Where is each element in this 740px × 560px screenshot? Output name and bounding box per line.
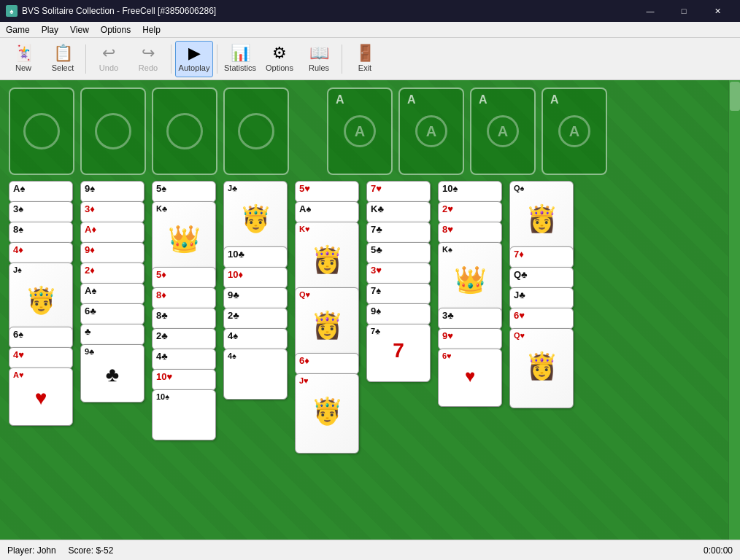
- card-A-spades2[interactable]: A♠: [80, 283, 144, 305]
- card-J-clubs[interactable]: J♣: [509, 287, 574, 309]
- exit-button[interactable]: 🚪 Exit: [346, 41, 384, 77]
- freecell-1[interactable]: [9, 88, 74, 175]
- card-4-clubs[interactable]: 4♣: [152, 349, 216, 370]
- card-8-spades[interactable]: 8♠: [9, 222, 73, 244]
- card-3-hearts[interactable]: 3♥: [366, 262, 431, 284]
- card-9-clubs-c2[interactable]: 9♣ ♣: [80, 344, 144, 402]
- freecell-2[interactable]: [80, 88, 146, 175]
- card-2-clubs[interactable]: 2♣: [152, 328, 216, 350]
- options-button[interactable]: ⚙ Options: [261, 41, 298, 77]
- card-9-diamonds[interactable]: 9♦: [80, 242, 144, 264]
- redo-button[interactable]: ↪ Redo: [129, 41, 167, 77]
- rules-label: Rules: [309, 63, 329, 72]
- card-9-hearts[interactable]: 9♥: [438, 328, 502, 350]
- column-7[interactable]: 10♠ 2♥ 8♥ K♠ 👑 3♣ 9♥ 6♥ ♥: [438, 181, 504, 429]
- card-3-diamonds[interactable]: 3♦: [80, 201, 144, 223]
- column-1[interactable]: A♠ 3♠ 8♠ 4♦ J♠ 🤴 6♠ 4♥ A♥ ♥: [9, 181, 74, 429]
- card-6-hearts-c7[interactable]: 6♥ ♥: [438, 349, 502, 407]
- menu-game[interactable]: Game: [0, 22, 36, 37]
- autoplay-icon: ▶: [188, 45, 201, 61]
- freecell-4[interactable]: [223, 88, 289, 175]
- card-K-clubs[interactable]: K♣: [366, 201, 431, 223]
- foundation-1[interactable]: A A: [327, 88, 393, 175]
- undo-button[interactable]: ↩ Undo: [90, 41, 128, 77]
- card-6-diamonds[interactable]: 6♦: [295, 353, 359, 375]
- card-5-clubs[interactable]: 5♣: [366, 242, 431, 264]
- column-4[interactable]: J♣ 🤴 10♣ 10♦ 9♣ 2♣ 4♠ 4♠: [223, 181, 289, 414]
- card-2-diamonds[interactable]: 2♦: [80, 262, 144, 284]
- autoplay-button[interactable]: ▶ Autoplay: [175, 41, 213, 77]
- card-A-hearts-bottom[interactable]: A♥ ♥: [9, 368, 73, 426]
- column-5[interactable]: 5♥ A♠ K♥ 👸 Q♥ 👸 6♦ J♥ 🤴: [295, 181, 361, 429]
- card-Q-clubs[interactable]: Q♣: [509, 267, 574, 289]
- card-5-hearts[interactable]: 5♥: [295, 181, 359, 203]
- foundation-3[interactable]: A A: [470, 88, 536, 175]
- card-4-spades-c4[interactable]: 4♠: [223, 328, 288, 350]
- card-5-spades[interactable]: 5♠: [152, 181, 216, 203]
- menu-play[interactable]: Play: [36, 22, 64, 37]
- card-A-spades[interactable]: A♠: [9, 181, 73, 203]
- rules-button[interactable]: 📖 Rules: [300, 41, 338, 77]
- menu-options[interactable]: Options: [95, 22, 136, 37]
- new-button[interactable]: 🃏 New: [4, 41, 42, 77]
- card-7-diamonds[interactable]: 7♦: [509, 246, 574, 268]
- card-4-spades-c4b[interactable]: 4♠: [223, 349, 288, 400]
- card-4-hearts[interactable]: 4♥: [9, 347, 73, 369]
- column-8[interactable]: Q♠ 👸 7♦ Q♣ J♣ 6♥ Q♥ 👸: [509, 181, 575, 429]
- card-7-clubs[interactable]: 7♣: [366, 222, 431, 244]
- card-10-clubs[interactable]: 10♣: [223, 246, 288, 268]
- maximize-button[interactable]: □: [667, 0, 701, 22]
- scrollbar-thumb[interactable]: [730, 82, 740, 111]
- card-7-hearts[interactable]: 7♥: [366, 181, 431, 203]
- statistics-button[interactable]: 📊 Statistics: [221, 41, 259, 77]
- card-J-hearts[interactable]: J♥ 🤴: [295, 373, 359, 454]
- card-6-clubs[interactable]: 6♣: [80, 303, 144, 325]
- card-7-c6-bot[interactable]: 7♣ 7: [366, 324, 431, 382]
- card-A-spades-c5[interactable]: A♠: [295, 201, 359, 223]
- separator-2: [171, 44, 171, 74]
- select-label: Select: [52, 63, 74, 72]
- menu-help[interactable]: Help: [136, 22, 166, 37]
- card-9-spades[interactable]: 9♠: [80, 181, 144, 203]
- foundation-4[interactable]: A A: [541, 88, 607, 175]
- exit-label: Exit: [358, 63, 371, 72]
- minimize-button[interactable]: —: [633, 0, 667, 22]
- card-3-clubs[interactable]: 3♣: [438, 308, 502, 330]
- card-3-spades[interactable]: 3♠: [9, 201, 73, 223]
- freecell-3[interactable]: [152, 88, 217, 175]
- card-8-clubs[interactable]: 8♣: [152, 308, 216, 330]
- foundation-2[interactable]: A A: [398, 88, 464, 175]
- card-10-hearts[interactable]: 10♥: [152, 369, 216, 391]
- toolbar: 🃏 New 📋 Select ↩ Undo ↪ Redo ▶ Autoplay …: [0, 38, 740, 80]
- card-10-spades-c3[interactable]: 10♠: [152, 389, 216, 440]
- card-5-diamonds[interactable]: 5♦: [152, 267, 216, 289]
- column-6[interactable]: 7♥ K♣ 7♣ 5♣ 3♥ 7♠ 9♠ 7♣ 7: [366, 181, 432, 436]
- card-4-diamonds[interactable]: 4♦: [9, 242, 73, 264]
- column-3[interactable]: 5♠ K♣ 👑 5♦ 8♦ 8♣ 2♣ 4♣ 10♥ 10♠: [152, 181, 217, 443]
- player-label: Player: John: [7, 545, 56, 556]
- window-controls: — □ ✕: [633, 0, 734, 22]
- card-2-hearts[interactable]: 2♥: [438, 201, 502, 223]
- card-clubs-c2[interactable]: ♣: [80, 324, 144, 346]
- card-9-spades-c6[interactable]: 9♠: [366, 303, 431, 325]
- card-9-clubs-c4[interactable]: 9♣: [223, 287, 288, 309]
- card-10-diamonds[interactable]: 10♦: [223, 267, 288, 289]
- card-8-hearts[interactable]: 8♥: [438, 222, 502, 244]
- card-7-spades[interactable]: 7♠: [366, 283, 431, 305]
- options-icon: ⚙: [272, 45, 287, 61]
- game-area[interactable]: A A A A A A A A A♠ 3♠ 8♠ 4♦ J♠: [0, 80, 740, 540]
- card-6-hearts-c8[interactable]: 6♥: [509, 308, 574, 330]
- column-2[interactable]: 9♠ 3♦ A♦ 9♦ 2♦ A♠ 6♣ ♣ 9♣ ♣: [80, 181, 146, 443]
- select-button[interactable]: 📋 Select: [44, 41, 82, 77]
- card-8-diamonds[interactable]: 8♦: [152, 287, 216, 309]
- timer-label: 0:00:00: [704, 545, 733, 556]
- card-2-clubs-c4[interactable]: 2♣: [223, 308, 288, 330]
- select-icon: 📋: [53, 45, 73, 61]
- card-10-spades-c7[interactable]: 10♠: [438, 181, 502, 203]
- close-button[interactable]: ✕: [701, 0, 734, 22]
- new-label: New: [15, 63, 31, 72]
- card-A-diamonds[interactable]: A♦: [80, 222, 144, 244]
- card-Q-red-c8[interactable]: Q♥ 👸: [509, 328, 574, 408]
- card-6-spades[interactable]: 6♠: [9, 327, 73, 349]
- menu-view[interactable]: View: [64, 22, 95, 37]
